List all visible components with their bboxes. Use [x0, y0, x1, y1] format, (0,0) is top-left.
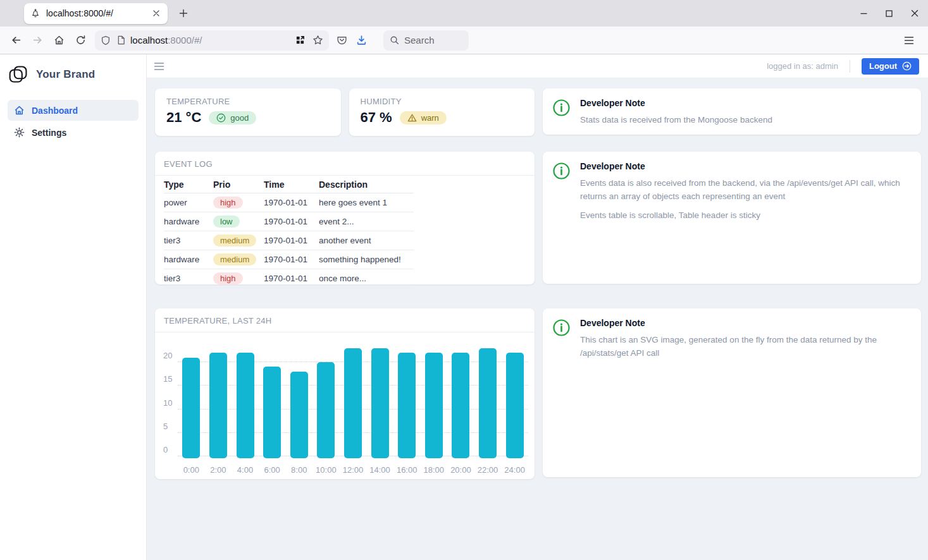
humidity-card: HUMIDITY 67 % warn [349, 88, 535, 136]
note-text: Events data is also received from the ba… [580, 177, 911, 204]
forward-icon[interactable] [27, 30, 48, 51]
sidebar-item-label: Dashboard [32, 106, 78, 116]
developer-note-card: Developer Note This chart is an SVG imag… [543, 308, 921, 477]
app-topbar: logged in as: admin Logout [147, 54, 928, 78]
note-title: Developer Note [580, 98, 772, 108]
pocket-icon[interactable] [337, 35, 347, 46]
temperature-chart-card: TEMPERATURE, LAST 24H 05101520 0:002:004… [155, 308, 535, 479]
cell-description: something happened! [319, 255, 414, 264]
browser-search[interactable] [383, 30, 469, 51]
col-time: Time [264, 180, 319, 190]
cell-type: tier3 [164, 236, 213, 245]
menu-icon[interactable] [901, 33, 917, 47]
cell-prio: high [213, 197, 264, 209]
note-title: Developer Note [580, 161, 911, 171]
col-description: Description [319, 180, 414, 190]
browser-tab[interactable]: localhost:8000/#/ [24, 3, 168, 24]
brand-name: Your Brand [36, 68, 95, 81]
reload-icon[interactable] [70, 30, 91, 51]
table-row: tier3high1970-01-01once more... [164, 269, 414, 288]
y-axis-label: 0 [163, 445, 178, 454]
chart-bar [182, 358, 200, 458]
logged-in-text: logged in as: admin [767, 61, 838, 71]
table-row: powerhigh1970-01-01here goes event 1 [164, 193, 414, 212]
prio-pill: high [213, 272, 243, 284]
minimize-icon[interactable] [860, 9, 868, 18]
event-table-body: powerhigh1970-01-01here goes event 1hard… [164, 193, 414, 288]
cell-description: once more... [319, 274, 414, 283]
temperature-card: TEMPERATURE 21 °C good [155, 88, 341, 136]
home-icon [14, 105, 25, 116]
info-circle-icon [553, 99, 570, 116]
chart-bar [425, 353, 443, 458]
browser-toolbar: localhost:8000/#/ [0, 27, 928, 54]
browser-tab-bar: localhost:8000/#/ [0, 0, 928, 27]
sidebar-item-dashboard[interactable]: Dashboard [8, 100, 139, 121]
prio-pill: high [213, 197, 243, 209]
bar-chart: 05101520 0:002:004:006:008:0010:0012:001… [155, 332, 535, 479]
note-text: This chart is an SVG image, generated on… [580, 334, 911, 360]
note-text: Events table is scrollable, Table header… [580, 209, 911, 222]
cell-time: 1970-01-01 [264, 198, 319, 207]
back-icon[interactable] [5, 30, 27, 51]
bookmark-star-icon[interactable] [312, 35, 323, 46]
download-icon[interactable] [356, 35, 367, 46]
x-axis-label: 8:00 [285, 465, 312, 475]
event-log-title: EVENT LOG [164, 159, 213, 169]
chart-bar [398, 353, 416, 458]
chart-bar [479, 348, 497, 458]
table-row: tier3medium1970-01-01another event [164, 231, 414, 250]
event-table[interactable]: Type Prio Time Description powerhigh1970… [164, 176, 414, 288]
page-icon[interactable] [116, 35, 126, 45]
x-axis-label: 6:00 [259, 465, 286, 475]
info-circle-icon [553, 319, 570, 336]
brand-logo [8, 64, 28, 85]
temperature-label: TEMPERATURE [166, 97, 330, 106]
cell-time: 1970-01-01 [264, 274, 319, 283]
col-prio: Prio [213, 180, 264, 190]
gear-icon [14, 127, 25, 138]
developer-note-card: Developer Note Stats data is received fr… [543, 88, 921, 135]
chart-bar [290, 372, 308, 458]
x-axis-label: 0:00 [178, 465, 205, 475]
shield-icon[interactable] [101, 35, 111, 46]
cell-type: power [164, 198, 213, 207]
sidebar-item-settings[interactable]: Settings [8, 122, 139, 143]
logout-button[interactable]: Logout [862, 58, 919, 75]
y-axis-label: 20 [163, 351, 178, 360]
new-tab-icon[interactable] [176, 6, 190, 20]
search-input[interactable] [404, 35, 461, 46]
tab-title: localhost:8000/#/ [46, 8, 151, 18]
sidebar-item-label: Settings [32, 128, 66, 138]
prio-pill: medium [213, 253, 256, 265]
status-badge-warn: warn [400, 111, 447, 125]
url-bar[interactable]: localhost:8000/#/ [95, 30, 329, 51]
brand: Your Brand [0, 54, 146, 99]
cell-time: 1970-01-01 [264, 217, 319, 226]
maximize-icon[interactable] [885, 9, 893, 18]
cell-type: tier3 [164, 274, 213, 283]
close-icon[interactable] [151, 8, 161, 18]
table-row: hardwarelow1970-01-01event 2... [164, 212, 414, 231]
x-axis-label: 24:00 [501, 465, 528, 475]
x-axis-label: 14:00 [366, 465, 393, 475]
check-circle-icon [216, 113, 226, 123]
x-axis-label: 18:00 [420, 465, 447, 475]
sidebar: Your Brand Dashboard Settings [0, 54, 147, 560]
cell-type: hardware [164, 255, 213, 264]
url-text[interactable]: localhost:8000/#/ [130, 35, 295, 46]
sidebar-toggle-icon[interactable] [154, 62, 164, 71]
x-axis-label: 20:00 [447, 465, 474, 475]
event-log-card: EVENT LOG Type Prio Time Description pow… [155, 152, 535, 284]
bell-favicon [30, 8, 40, 18]
home-icon[interactable] [48, 30, 70, 51]
extensions-grid-icon[interactable] [295, 35, 305, 45]
window-close-icon[interactable] [910, 9, 919, 18]
prio-pill: medium [213, 234, 256, 247]
search-icon [390, 35, 399, 45]
note-text: Stats data is received from the Mongoose… [580, 114, 772, 127]
col-type: Type [164, 180, 213, 190]
chart-bar [506, 353, 524, 458]
window-controls [860, 0, 919, 27]
cell-time: 1970-01-01 [264, 255, 319, 264]
